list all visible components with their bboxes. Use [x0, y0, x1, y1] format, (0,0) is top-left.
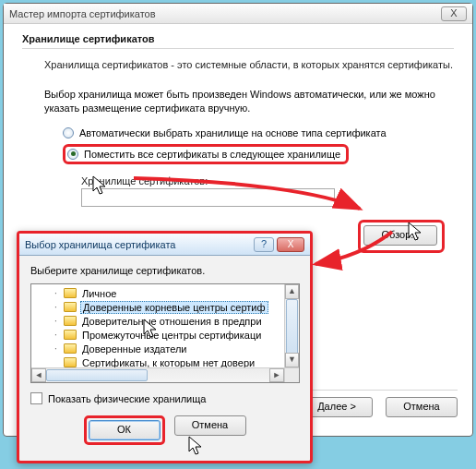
show-physical-label: Показать физические хранилища	[48, 393, 206, 404]
cancel-button[interactable]: Отмена	[386, 397, 458, 417]
show-physical-row[interactable]: Показать физические хранилища	[30, 392, 299, 404]
dialog-close-button[interactable]: X	[277, 237, 304, 252]
tree-item-label: Доверенные издатели	[80, 343, 188, 355]
tree-item-label: Промежуточные центры сертификаци	[80, 330, 263, 341]
radio-manual-label: Поместить все сертификаты в следующее хр…	[84, 149, 340, 160]
wizard-titlebar[interactable]: Мастер импорта сертификатов X	[4, 4, 472, 24]
folder-icon	[64, 288, 77, 298]
dialog-title: Выбор хранилища сертификата	[25, 239, 254, 250]
wizard-close-button[interactable]: X	[441, 6, 467, 21]
tree-item-label: Доверительные отношения в предпри	[80, 316, 264, 327]
annotation-arrow-down	[304, 227, 406, 273]
tree-item-label: Доверенные корневые центры сертиф	[80, 301, 268, 314]
folder-icon	[64, 357, 77, 367]
dialog-cancel-button[interactable]: Отмена	[174, 415, 246, 436]
radio-auto[interactable]	[63, 127, 74, 138]
tree-item-label: Личное	[80, 288, 118, 299]
tree-item[interactable]: ·Доверительные отношения в предпри	[35, 314, 284, 328]
dialog-button-row: ОК Отмена	[30, 415, 299, 445]
wizard-title: Мастер импорта сертификатов	[9, 8, 441, 19]
vscroll-thumb[interactable]	[286, 299, 298, 355]
tree-hscrollbar[interactable]: ◄ ►	[31, 367, 284, 382]
expand-icon[interactable]: ·	[52, 302, 60, 312]
expand-icon[interactable]: ·	[52, 330, 60, 340]
dialog-help-button[interactable]: ?	[254, 237, 274, 252]
highlight-radio-manual: Поместить все сертификаты в следующее хр…	[63, 144, 349, 164]
section-heading: Хранилище сертификатов	[22, 33, 454, 44]
scroll-corner	[284, 367, 299, 382]
tree-item[interactable]: ·Промежуточные центры сертификаци	[35, 328, 284, 342]
dialog-titlebar[interactable]: Выбор хранилища сертификата ? X	[19, 234, 310, 256]
radio-manual-row[interactable]: Поместить все сертификаты в следующее хр…	[63, 144, 454, 164]
expand-icon[interactable]: ·	[52, 288, 60, 298]
tree-item[interactable]: ·Доверенные издатели	[35, 342, 284, 355]
select-cert-store-dialog: Выбор хранилища сертификата ? X Выберите…	[17, 231, 313, 463]
section-rule	[22, 48, 454, 49]
annotation-arrow-right	[129, 172, 369, 227]
dialog-instruction: Выберите хранилище сертификатов.	[30, 265, 299, 276]
scroll-down-icon[interactable]: ▼	[285, 353, 299, 367]
ok-button[interactable]: ОК	[89, 420, 161, 440]
tree-item[interactable]: ·Личное	[35, 286, 284, 300]
radio-manual[interactable]	[67, 149, 78, 160]
folder-icon	[64, 330, 77, 340]
folder-icon	[64, 316, 77, 326]
scroll-up-icon[interactable]: ▲	[285, 284, 299, 299]
scroll-right-icon[interactable]: ►	[269, 368, 284, 382]
tree-vscrollbar[interactable]: ▲ ▼	[284, 284, 299, 367]
expand-icon[interactable]: ·	[52, 343, 60, 354]
section-desc: Хранилища сертификатов - это системные о…	[22, 58, 454, 71]
choice-intro: Выбор хранилища может быть произведен Wi…	[44, 88, 454, 114]
tree-item-label: Сертификаты, к которым нет довери	[80, 357, 256, 368]
expand-icon[interactable]: ·	[52, 316, 60, 326]
cert-store-tree[interactable]: ·Личное·Доверенные корневые центры серти…	[30, 283, 300, 383]
radio-auto-row[interactable]: Автоматически выбрать хранилище на основ…	[63, 127, 454, 138]
show-physical-checkbox[interactable]	[30, 392, 42, 404]
tree-item[interactable]: ·Доверенные корневые центры сертиф	[35, 300, 284, 314]
highlight-ok: ОК	[84, 415, 165, 445]
radio-auto-label: Автоматически выбрать хранилище на основ…	[79, 127, 387, 138]
hscroll-thumb[interactable]	[46, 369, 148, 381]
scroll-left-icon[interactable]: ◄	[31, 368, 46, 382]
folder-icon	[64, 302, 77, 312]
folder-icon	[64, 343, 77, 354]
dialog-body: Выберите хранилище сертификатов. ·Личное…	[19, 256, 310, 452]
